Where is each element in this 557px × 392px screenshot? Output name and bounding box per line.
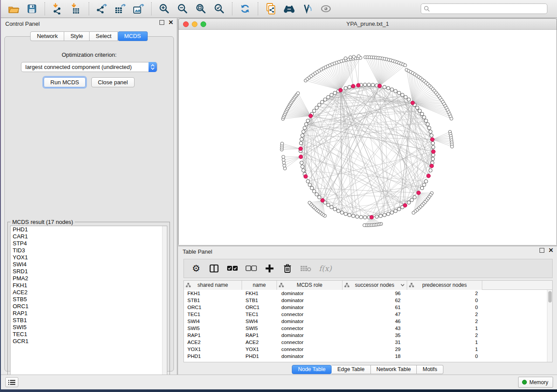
network-node[interactable]: [387, 86, 390, 90]
network-node[interactable]: [363, 83, 367, 86]
close-panel-icon[interactable]: ✕: [548, 248, 554, 253]
window-maximize-icon[interactable]: [201, 21, 206, 27]
cell-shared_name[interactable]: STB1: [184, 297, 242, 304]
network-node[interactable]: [352, 214, 355, 218]
cell-predecessor_nodes[interactable]: 1: [407, 339, 482, 346]
network-node[interactable]: [420, 112, 424, 116]
network-node[interactable]: [326, 203, 330, 207]
cell-name[interactable]: PHD1: [242, 353, 277, 360]
mcds-node[interactable]: [417, 191, 421, 195]
mcds-result-item[interactable]: ACE2: [10, 289, 167, 296]
network-node[interactable]: [315, 193, 318, 196]
network-node[interactable]: [337, 209, 340, 213]
network-node[interactable]: [424, 119, 428, 123]
network-node[interactable]: [383, 213, 386, 217]
tab-network-table[interactable]: Network Table: [371, 365, 417, 374]
mcds-node[interactable]: [427, 174, 431, 178]
network-node[interactable]: [407, 201, 411, 204]
cell-shared_name[interactable]: ORC1: [184, 304, 242, 311]
network-node[interactable]: [428, 126, 431, 130]
vizmapper-icon[interactable]: [300, 2, 315, 16]
table-row[interactable]: STB1STB1dominator620: [184, 297, 547, 304]
cell-mcds_role[interactable]: dominator: [277, 318, 343, 325]
network-node[interactable]: [424, 179, 428, 183]
network-node[interactable]: [303, 126, 307, 130]
network-node[interactable]: [310, 186, 314, 190]
cell-name[interactable]: SWI4: [242, 318, 277, 325]
select-all-checkboxes-icon[interactable]: [227, 262, 238, 275]
cell-successor_nodes[interactable]: 35: [343, 332, 407, 339]
cell-mcds_role[interactable]: dominator: [277, 332, 343, 339]
mcds-node[interactable]: [321, 199, 325, 203]
cell-successor_nodes[interactable]: 61: [343, 304, 407, 311]
network-node[interactable]: [379, 214, 382, 218]
clone-network-icon[interactable]: [263, 2, 278, 16]
network-search-input[interactable]: [421, 3, 547, 14]
zoom-out-icon[interactable]: [175, 2, 190, 16]
network-node[interactable]: [301, 134, 304, 137]
network-node[interactable]: [412, 211, 415, 214]
optimization-criterion-select[interactable]: largest connected component (undirected): [21, 62, 157, 72]
cell-predecessor_nodes[interactable]: 2: [407, 318, 482, 325]
cell-predecessor_nodes[interactable]: 1: [407, 325, 482, 332]
network-node[interactable]: [282, 155, 285, 158]
network-node[interactable]: [367, 83, 371, 86]
network-node[interactable]: [432, 153, 435, 157]
network-node[interactable]: [326, 96, 330, 99]
cell-name[interactable]: TEC1: [242, 311, 277, 318]
column-header-MCDS-role[interactable]: MCDS role: [277, 281, 343, 290]
mcds-result-item[interactable]: GCR1: [10, 338, 167, 345]
network-node[interactable]: [318, 103, 321, 107]
cell-name[interactable]: STB1: [242, 297, 277, 304]
cell-name[interactable]: RAP1: [242, 332, 277, 339]
mcds-node[interactable]: [339, 88, 343, 92]
cell-shared_name[interactable]: RAP1: [184, 332, 242, 339]
show-graphics-details-icon[interactable]: [318, 2, 333, 16]
run-mcds-button[interactable]: Run MCDS: [44, 77, 86, 87]
mcds-node[interactable]: [432, 150, 436, 154]
network-node[interactable]: [431, 157, 435, 161]
network-node[interactable]: [330, 206, 333, 209]
delete-column-icon[interactable]: [282, 262, 293, 275]
scrollbar-thumb[interactable]: [548, 291, 552, 303]
close-panel-icon[interactable]: ✕: [168, 20, 173, 25]
table-row[interactable]: SWI4SWI4dominator462: [184, 318, 547, 325]
cell-shared_name[interactable]: ACE2: [184, 339, 242, 346]
cell-predecessor_nodes[interactable]: 2: [407, 332, 482, 339]
table-row[interactable]: SWI5SWI5connector431: [184, 325, 547, 332]
mcds-node[interactable]: [430, 164, 434, 168]
cell-mcds_role[interactable]: dominator: [277, 297, 343, 304]
cell-successor_nodes[interactable]: 46: [343, 318, 407, 325]
network-node[interactable]: [308, 183, 311, 186]
network-node[interactable]: [363, 216, 367, 219]
cell-successor_nodes[interactable]: 29: [343, 346, 407, 353]
mcds-result-item[interactable]: SRD1: [10, 268, 167, 275]
network-node[interactable]: [383, 85, 386, 89]
table-row[interactable]: ORC1ORC1dominator610: [184, 304, 547, 311]
window-minimize-icon[interactable]: [192, 21, 197, 27]
network-node[interactable]: [348, 213, 351, 217]
cell-successor_nodes[interactable]: 47: [343, 311, 407, 318]
network-node[interactable]: [394, 209, 397, 213]
close-panel-button[interactable]: Close panel: [91, 77, 135, 87]
cell-shared_name[interactable]: TEC1: [184, 311, 242, 318]
mcds-node[interactable]: [411, 101, 415, 105]
cell-successor_nodes[interactable]: 18: [343, 353, 407, 360]
cell-predecessor_nodes[interactable]: 0: [407, 297, 482, 304]
network-node[interactable]: [315, 106, 318, 110]
network-node[interactable]: [363, 224, 366, 227]
mcds-node[interactable]: [403, 203, 407, 207]
cell-mcds_role[interactable]: connector: [277, 339, 343, 346]
mcds-node[interactable]: [309, 114, 313, 118]
network-node[interactable]: [308, 201, 311, 204]
mcds-node[interactable]: [370, 215, 374, 219]
network-node[interactable]: [330, 93, 333, 97]
cell-successor_nodes[interactable]: 43: [343, 325, 407, 332]
tab-mcds[interactable]: MCDS: [118, 31, 147, 41]
network-node[interactable]: [397, 91, 401, 95]
network-node[interactable]: [404, 64, 407, 67]
cell-shared_name[interactable]: SWI5: [184, 325, 242, 332]
tab-network[interactable]: Network: [30, 31, 64, 41]
network-node[interactable]: [415, 106, 419, 110]
table-row[interactable]: FKH1FKH1dominator962: [184, 290, 547, 297]
